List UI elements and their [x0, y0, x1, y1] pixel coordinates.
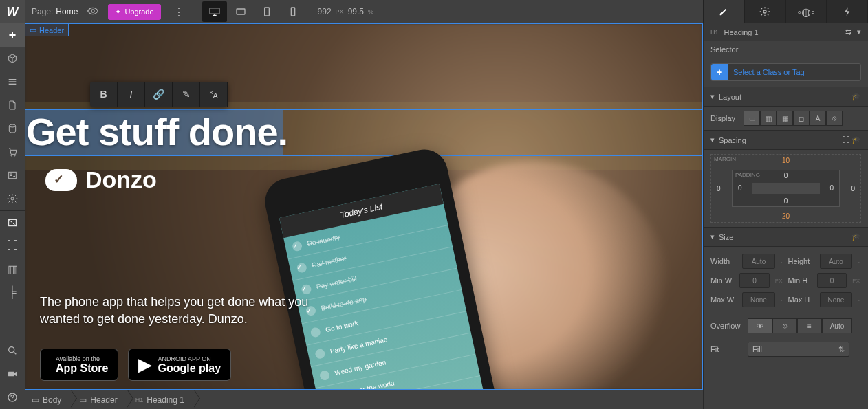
minw-input[interactable]: 0 — [739, 273, 770, 288]
navigator-icon[interactable] — [0, 210, 25, 234]
overflow-auto[interactable]: Auto — [822, 318, 852, 333]
margin-bottom[interactable]: 20 — [782, 212, 790, 220]
select-icon[interactable]: ⛶ — [0, 234, 25, 257]
design-canvas[interactable]: ▭Header B I 🔗 ✎ ×A Get stuff done. Donzo… — [25, 23, 703, 390]
maxh-input[interactable]: None — [820, 292, 853, 307]
display-flex[interactable]: ▥ — [760, 111, 777, 126]
svg-point-11 — [11, 155, 12, 156]
brand-name[interactable]: Donzo — [85, 166, 157, 193]
more-menu-icon[interactable]: ⋮ — [173, 5, 184, 19]
display-inline-block[interactable]: ◻ — [793, 111, 810, 126]
settings-icon[interactable] — [0, 187, 25, 210]
layout-icon[interactable] — [0, 70, 25, 93]
grid-icon[interactable]: ▥ — [0, 257, 25, 280]
store-buttons: Available on theApp Store ▶ ANDROID APP … — [40, 349, 231, 381]
bold-button[interactable]: B — [90, 82, 118, 107]
layout-section-header[interactable]: ▾Layout 🎓 — [704, 87, 868, 107]
upgrade-button[interactable]: ✦ Upgrade — [108, 4, 160, 20]
desktop-breakpoint[interactable] — [202, 1, 227, 22]
class-selector-input[interactable]: + Select a Class or Tag — [710, 63, 861, 81]
height-input[interactable]: Auto — [820, 254, 853, 269]
webflow-logo[interactable]: W — [0, 0, 25, 23]
app-store-button[interactable]: Available on theApp Store — [40, 349, 118, 381]
tablet-portrait-breakpoint[interactable] — [254, 1, 279, 22]
svg-rect-1 — [210, 8, 219, 14]
assets-icon[interactable] — [0, 164, 25, 187]
video-icon[interactable] — [0, 362, 25, 386]
box-icon[interactable] — [0, 47, 25, 70]
svg-rect-3 — [264, 8, 269, 16]
padding-bottom[interactable]: 0 — [784, 197, 788, 205]
expand-icon[interactable]: ⛶ — [842, 135, 849, 144]
pages-icon[interactable] — [0, 93, 25, 117]
display-none[interactable]: ⦸ — [826, 111, 843, 126]
interactions-tab[interactable]: ◦◍◦ — [786, 0, 827, 23]
clear-format-button[interactable]: ×A — [200, 82, 228, 107]
svg-point-12 — [14, 155, 15, 156]
grad-cap-icon[interactable]: 🎓 — [851, 232, 861, 241]
more-icon[interactable]: ⋯ — [854, 345, 861, 354]
style-tab[interactable] — [704, 0, 745, 23]
width-input[interactable]: Auto — [742, 254, 775, 269]
link-button[interactable]: 🔗 — [145, 82, 173, 107]
grad-cap-icon[interactable]: 🎓 — [851, 135, 861, 144]
padding-top[interactable]: 0 — [784, 172, 788, 179]
text-format-toolbar: B I 🔗 ✎ ×A — [90, 82, 228, 107]
spacing-editor[interactable]: MARGIN 10 0 0 20 PADDING 0 0 0 0 — [710, 154, 861, 223]
overflow-scroll[interactable]: ≡ — [797, 318, 822, 333]
settings-tab[interactable] — [745, 0, 786, 23]
canvas-width[interactable]: 992 — [318, 7, 332, 16]
add-element-button[interactable]: + — [0, 23, 25, 47]
guides-icon[interactable]: ╞ — [0, 280, 25, 304]
add-class-icon[interactable]: + — [711, 64, 728, 80]
display-grid[interactable]: ▦ — [777, 111, 793, 126]
crumb-header[interactable]: ▭Header — [72, 390, 128, 409]
effects-tab[interactable] — [827, 0, 868, 23]
select-chevron-icon: ⇅ — [838, 345, 845, 354]
crumb-heading[interactable]: H1Heading 1 — [129, 390, 195, 409]
minh-input[interactable]: 0 — [817, 273, 847, 288]
italic-button[interactable]: I — [118, 82, 145, 107]
hero-heading[interactable]: Get stuff done. — [26, 109, 287, 154]
google-play-button[interactable]: ▶ ANDROID APP ONGoogle play — [128, 349, 231, 381]
element-indicator[interactable]: H1 Heading 1 ⇆ ▾ — [704, 23, 868, 41]
size-section-header[interactable]: ▾Size 🎓 — [704, 227, 868, 247]
canvas-dimensions: 992 PX 99.5 % — [318, 7, 373, 16]
crumb-body[interactable]: ▭Body — [25, 390, 72, 409]
margin-top[interactable]: 10 — [782, 157, 790, 164]
ecommerce-icon[interactable] — [0, 140, 25, 164]
margin-right[interactable]: 0 — [851, 185, 855, 192]
preview-icon[interactable] — [87, 5, 98, 19]
fit-select[interactable]: Fill⇅ — [748, 342, 849, 357]
maxw-input[interactable]: None — [742, 292, 775, 307]
svg-point-17 — [9, 347, 14, 353]
cms-icon[interactable] — [0, 117, 25, 140]
fit-label: Fit — [710, 345, 744, 353]
page-label: Page: — [32, 7, 53, 16]
margin-left[interactable]: 0 — [717, 185, 721, 192]
display-block[interactable]: ▭ — [744, 111, 760, 126]
spacing-section-header[interactable]: ▾Spacing ⛶ 🎓 — [704, 130, 868, 150]
chevron-down-icon[interactable]: ▾ — [857, 27, 861, 36]
padding-right[interactable]: 0 — [829, 184, 834, 192]
grad-cap-icon[interactable]: 🎓 — [851, 92, 861, 101]
svg-rect-13 — [9, 172, 17, 178]
canvas-zoom[interactable]: 99.5 — [348, 7, 364, 16]
page-name[interactable]: Home — [56, 7, 78, 16]
padding-left[interactable]: 0 — [738, 184, 742, 192]
mobile-breakpoint[interactable] — [281, 1, 305, 22]
left-toolbar: + ⛶ ▥ ╞ — [0, 23, 25, 409]
cloud-check-icon — [45, 169, 77, 191]
section-label[interactable]: ▭Header — [25, 23, 69, 36]
overflow-hidden[interactable]: ⦸ — [772, 318, 797, 333]
inheritance-icon[interactable]: ⇆ — [845, 27, 851, 36]
overflow-visible[interactable]: 👁 — [748, 318, 772, 333]
search-icon[interactable] — [0, 339, 25, 362]
display-inline[interactable]: A — [810, 111, 826, 126]
svg-rect-9 — [9, 84, 17, 85]
hero-subtitle[interactable]: The phone app that helps you get done wh… — [40, 294, 315, 328]
brush-button[interactable]: ✎ — [173, 82, 200, 107]
tablet-landscape-breakpoint[interactable] — [228, 1, 253, 22]
help-icon[interactable] — [0, 386, 25, 409]
svg-point-10 — [9, 124, 15, 127]
